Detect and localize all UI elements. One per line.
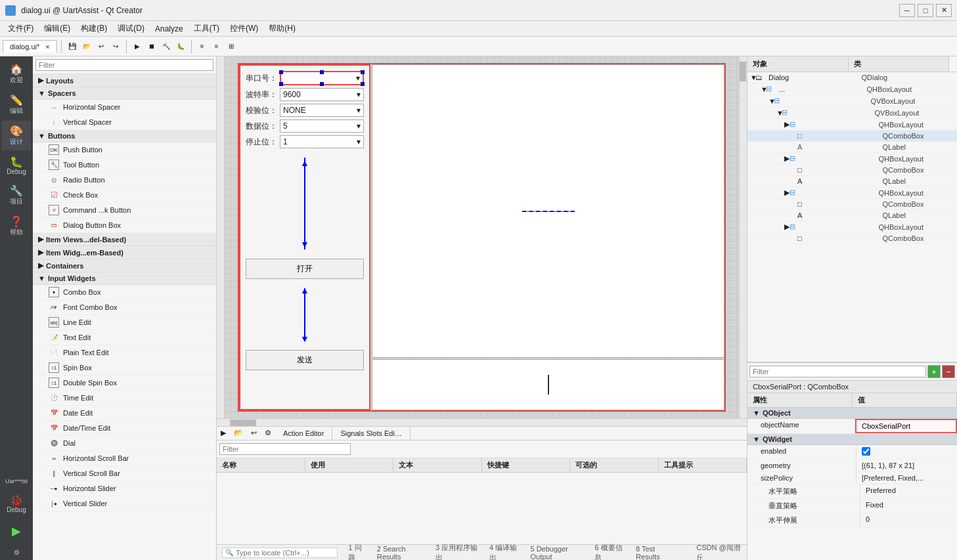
toolbar-align-left-btn[interactable]: ≡ [196, 40, 209, 53]
widget-check-box[interactable]: ☑ Check Box [33, 188, 216, 203]
maximize-button[interactable]: □ [918, 4, 933, 17]
widget-date-edit[interactable]: 📅 Date Edit [33, 406, 216, 421]
mode-extra[interactable]: ⚙ [2, 545, 31, 560]
widget-horizontal-spacer[interactable]: ↔ Horizontal Spacer [33, 100, 216, 115]
serial-port-combo[interactable]: ▾ [280, 71, 364, 85]
mode-edit[interactable]: ✏️ 编辑 [2, 90, 31, 119]
bottom-toolbar-btn-3[interactable]: ↩ [247, 427, 261, 440]
enabled-checkbox[interactable] [862, 447, 870, 456]
category-input-widgets[interactable]: ▼ Input Widgets [33, 272, 216, 285]
bottom-right-area[interactable] [372, 359, 724, 410]
hscroll-thumb[interactable] [230, 420, 256, 426]
status-search[interactable]: 2 Search Results [377, 545, 425, 561]
category-item-views[interactable]: ▶ Item Views...del-Based) [33, 233, 216, 246]
tree-item-vboxlayout1[interactable]: ▼ ⊟ QVBoxLayout [747, 95, 957, 107]
widget-vertical-scroll-bar[interactable]: ║ Vertical Scroll Bar [33, 466, 216, 481]
data-bits-combo[interactable]: 5 ▾ [280, 119, 364, 133]
prop-section-qobject[interactable]: ▼ QObject [747, 408, 957, 419]
menu-debug[interactable]: 调试(D) [112, 22, 150, 35]
vscroll-right[interactable] [739, 56, 747, 418]
prop-value-sizepolicy[interactable]: [Preferred, Fixed,... [857, 472, 957, 484]
menu-edit[interactable]: 编辑(E) [39, 22, 76, 35]
widget-line-edit[interactable]: ab| Line Edit [33, 315, 216, 330]
bottom-toolbar-btn-4[interactable]: ⚙ [261, 427, 275, 440]
category-item-widgets[interactable]: ▶ Item Widg...em-Based) [33, 246, 216, 259]
toolbar-stop-btn[interactable]: ⏹ [145, 40, 158, 53]
locate-input[interactable] [236, 549, 334, 557]
widget-horizontal-slider[interactable]: ─● Horizontal Slider [33, 481, 216, 496]
status-app-output[interactable]: 3 应用程序输出 [435, 543, 479, 561]
mode-help[interactable]: ❓ 帮助 [2, 211, 31, 241]
prop-filter-input[interactable] [749, 366, 926, 377]
tree-item-qcombobox2[interactable]: □ QComboBox [747, 165, 957, 176]
baud-rate-combo[interactable]: 9600 ▾ [280, 88, 364, 101]
toolbar-debug-btn[interactable]: 🐛 [174, 40, 187, 53]
widget-dialog-button-box[interactable]: 🗃 Dialog Button Box [33, 218, 216, 233]
prop-value-hstretch[interactable]: 0 [860, 513, 957, 527]
tree-item-qhbox2[interactable]: ▶ ⊟ QHBoxLayout [747, 153, 957, 165]
category-layouts[interactable]: ▶ Layouts [33, 74, 216, 87]
widget-datetime-edit[interactable]: 📅 Date/Time Edit [33, 421, 216, 436]
widget-font-combo-box[interactable]: A▾ Font Combo Box [33, 300, 216, 315]
tree-item-qhbox1[interactable]: ▶ ⊟ QHBoxLayout [747, 119, 957, 131]
open-button[interactable]: 打开 [246, 259, 364, 279]
prop-add-btn[interactable]: + [927, 365, 941, 378]
status-general[interactable]: 6 概要信息 [594, 543, 625, 561]
toolbar-save-btn[interactable]: 💾 [66, 40, 79, 53]
vscroll-left[interactable] [217, 56, 225, 418]
widget-filter-input[interactable] [35, 59, 213, 71]
send-button[interactable]: 发送 [246, 350, 364, 370]
menu-tools[interactable]: 工具(T) [189, 22, 225, 35]
mode-uarlist[interactable]: Uar***ist [2, 474, 31, 488]
prop-value-enabled[interactable] [857, 445, 957, 459]
text-display-area[interactable] [372, 64, 724, 358]
prop-value-geometry[interactable]: [(61, 1), 87 x 21] [857, 460, 957, 471]
design-canvas[interactable]: 串口号： ▾ [225, 56, 739, 418]
bottom-filter-input[interactable] [219, 443, 351, 455]
tree-item-qcombobox3[interactable]: □ QComboBox [747, 199, 957, 210]
toolbar-open-btn[interactable]: 📂 [80, 40, 93, 53]
signals-slots-tab[interactable]: Signals Slots Edi… [332, 427, 411, 440]
prop-remove-btn[interactable]: − [942, 365, 955, 378]
tree-item-qlabel3[interactable]: A QLabel [747, 210, 957, 221]
editor-tab[interactable]: dialog.ui* × [3, 40, 57, 53]
toolbar-redo-btn[interactable]: ↪ [109, 40, 122, 53]
widget-push-button[interactable]: OK Push Button [33, 142, 216, 158]
status-problems[interactable]: 1 问题 [348, 543, 366, 561]
mode-debug2[interactable]: 🐞 Debug [2, 490, 31, 517]
menu-build[interactable]: 构建(B) [76, 22, 112, 35]
menu-analyze[interactable]: Analyze [150, 23, 189, 35]
widget-spin-box[interactable]: ↕1 Spin Box [33, 360, 216, 376]
status-debugger[interactable]: 5 Debugger Output [530, 545, 584, 561]
menu-help[interactable]: 帮助(H) [263, 22, 301, 35]
widget-vertical-slider[interactable]: │● Vertical Slider [33, 496, 216, 511]
widget-horizontal-scroll-bar[interactable]: ═ Horizontal Scroll Bar [33, 451, 216, 466]
status-tests[interactable]: 8 Test Results [636, 545, 675, 561]
tree-item-qlabel1[interactable]: A QLabel [747, 142, 957, 153]
close-button[interactable]: ✕ [936, 4, 952, 17]
status-compile[interactable]: 4 编译输出 [489, 543, 520, 561]
mode-project[interactable]: 🔧 项目 [2, 181, 31, 210]
prop-value-hpolicy[interactable]: Preferred [860, 485, 957, 498]
tree-item-hboxlayout[interactable]: ▼ ⊟ ... QHBoxLayout [747, 83, 957, 95]
tree-item-qlabel2[interactable]: A QLabel [747, 176, 957, 187]
tab-close-btn[interactable]: × [45, 43, 49, 51]
widget-tool-button[interactable]: 🔧 Tool Button [33, 158, 216, 173]
mode-welcome[interactable]: 🏠 欢迎 [2, 59, 31, 89]
tree-item-qcombobox4[interactable]: □ QComboBox [747, 233, 957, 244]
category-containers[interactable]: ▶ Containers [33, 259, 216, 272]
widget-text-edit[interactable]: 📝 Text Edit [33, 330, 216, 345]
tree-item-vboxlayout2[interactable]: ▼ ⊟ QVBoxLayout [747, 107, 957, 119]
widget-plain-text-edit[interactable]: 📄 Plain Text Edit [33, 345, 216, 360]
tree-item-qhbox3[interactable]: ▶ ⊟ QHBoxLayout [747, 187, 957, 199]
tree-item-dialog[interactable]: ▼ 🗂 Dialog QDialog [747, 72, 957, 83]
minimize-button[interactable]: ─ [899, 4, 915, 17]
parity-combo[interactable]: NONE ▾ [280, 104, 364, 117]
hscroll-bar[interactable] [217, 418, 747, 426]
bottom-toolbar-btn-1[interactable]: ▶ [217, 427, 230, 440]
bottom-toolbar-btn-2[interactable]: 📂 [230, 427, 247, 440]
prop-value-vpolicy[interactable]: Fixed [860, 499, 957, 513]
menu-widgets[interactable]: 控件(W) [225, 22, 263, 35]
toolbar-align-center-btn[interactable]: ≡ [210, 40, 223, 53]
widget-double-spin-box[interactable]: ↕1 Double Spin Box [33, 376, 216, 391]
